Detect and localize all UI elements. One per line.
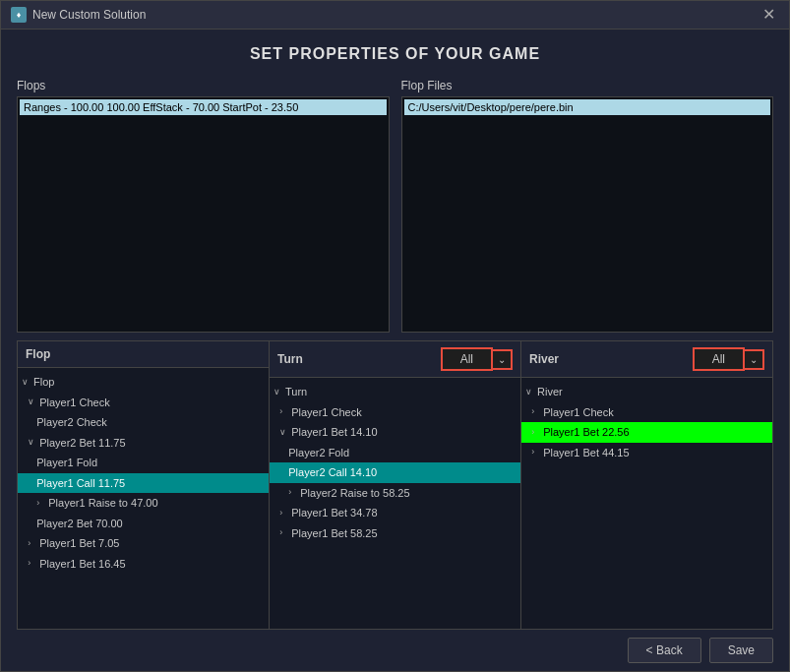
tree-node[interactable]: ∨ Flop	[18, 372, 269, 393]
content-area: Flops Ranges - 100.00 100.00 EffStack - …	[1, 79, 789, 630]
tree-node-selected-green[interactable]: › Player1 Bet 22.56	[521, 422, 772, 443]
bottom-section: Flop ∨ Flop ∨ Player1 Check	[17, 340, 773, 630]
flops-list-item[interactable]: Ranges - 100.00 100.00 EffStack - 70.00 …	[20, 99, 387, 115]
arrow-icon: ›	[288, 486, 300, 500]
arrow-icon: ∨	[525, 386, 537, 399]
tree-node[interactable]: ∨ Turn	[270, 382, 520, 402]
arrow-icon: ›	[279, 405, 291, 419]
flop-panel-label: Flop	[26, 347, 50, 361]
top-section: Flops Ranges - 100.00 100.00 EffStack - …	[17, 79, 773, 333]
tree-node-selected[interactable]: Player1 Call 11.75	[18, 473, 269, 494]
arrow-icon: ›	[531, 426, 543, 440]
flop-panel: Flop ∨ Flop ∨ Player1 Check	[17, 340, 270, 630]
tree-node[interactable]: ∨ Player1 Bet 14.10	[270, 422, 520, 443]
arrow-icon: ∨	[22, 376, 33, 390]
arrow-icon: ∨	[28, 396, 39, 409]
title-bar: ♦ New Custom Solution ✕	[1, 1, 789, 30]
tree-node[interactable]: ∨ River	[521, 382, 772, 402]
arrow-icon: ∨	[28, 436, 39, 450]
river-panel-label: River	[529, 352, 559, 366]
arrow-icon: ›	[28, 537, 39, 551]
tree-node[interactable]: Player2 Bet 70.00	[18, 514, 269, 534]
flop-files-list-item[interactable]: C:/Users/vit/Desktop/pere/pere.bin	[404, 99, 771, 115]
tree-node[interactable]: › Player1 Check	[521, 402, 772, 423]
tree-node[interactable]: ∨ Player1 Check	[18, 393, 269, 413]
tree-node[interactable]: › Player1 Bet 44.15	[521, 443, 772, 463]
tree-node[interactable]: ∨ Player2 Bet 11.75	[18, 433, 269, 454]
tree-node[interactable]: Player2 Check	[18, 412, 269, 433]
river-all-container: All ⌄	[693, 347, 764, 371]
turn-header: Turn All ⌄	[270, 341, 520, 378]
river-tree[interactable]: ∨ River › Player1 Check › Player1 Bet 22…	[521, 378, 772, 629]
arrow-icon: ∨	[279, 426, 291, 440]
flop-tree[interactable]: ∨ Flop ∨ Player1 Check Player2 Check	[18, 368, 269, 629]
arrow-icon: ›	[28, 557, 39, 571]
tree-node-selected[interactable]: Player2 Call 14.10	[270, 462, 520, 483]
flops-label: Flops	[17, 79, 390, 92]
tree-node[interactable]: › Player2 Raise to 58.25	[270, 483, 520, 504]
arrow-icon: ›	[279, 526, 291, 540]
turn-dropdown-button[interactable]: ⌄	[493, 349, 513, 370]
tree-node[interactable]: › Player1 Bet 7.05	[18, 533, 269, 554]
flops-list[interactable]: Ranges - 100.00 100.00 EffStack - 70.00 …	[17, 96, 390, 333]
turn-panel-label: Turn	[277, 352, 303, 366]
flop-files-list[interactable]: C:/Users/vit/Desktop/pere/pere.bin	[401, 96, 774, 333]
turn-all-container: All ⌄	[441, 347, 513, 371]
turn-all-button[interactable]: All	[441, 347, 493, 371]
back-button[interactable]: < Back	[628, 638, 701, 663]
flop-header: Flop	[18, 341, 269, 368]
main-window: ♦ New Custom Solution ✕ SET PROPERTIES O…	[0, 0, 790, 672]
window-title: New Custom Solution	[32, 8, 146, 22]
tree-node[interactable]: › Player1 Raise to 47.00	[18, 493, 269, 514]
flops-section: Flops Ranges - 100.00 100.00 EffStack - …	[17, 79, 390, 333]
close-button[interactable]: ✕	[759, 7, 779, 23]
footer: < Back Save	[1, 630, 789, 671]
arrow-icon: ›	[531, 405, 543, 419]
turn-panel: Turn All ⌄ ∨ Turn › Player1 Check	[270, 340, 521, 630]
tree-node[interactable]: › Player1 Check	[270, 402, 520, 423]
arrow-icon: ›	[279, 507, 291, 520]
arrow-icon: ›	[531, 446, 543, 459]
river-dropdown-button[interactable]: ⌄	[745, 349, 764, 370]
page-title: SET PROPERTIES OF YOUR GAME	[17, 45, 773, 63]
river-all-button[interactable]: All	[693, 347, 745, 371]
tree-node[interactable]: › Player1 Bet 34.78	[270, 503, 520, 523]
tree-node[interactable]: › Player1 Bet 58.25	[270, 523, 520, 544]
page-title-bar: SET PROPERTIES OF YOUR GAME	[1, 30, 789, 79]
title-bar-left: ♦ New Custom Solution	[11, 7, 146, 23]
tree-node[interactable]: Player2 Fold	[270, 443, 520, 463]
turn-tree[interactable]: ∨ Turn › Player1 Check ∨ Player1 Bet 14.…	[270, 378, 520, 629]
arrow-icon: ∨	[273, 386, 285, 399]
flop-files-label: Flop Files	[401, 79, 774, 92]
flop-files-section: Flop Files C:/Users/vit/Desktop/pere/per…	[401, 79, 774, 333]
arrow-icon: ›	[36, 497, 48, 511]
save-button[interactable]: Save	[709, 638, 773, 663]
tree-node[interactable]: › Player1 Bet 16.45	[18, 554, 269, 575]
river-panel: River All ⌄ ∨ River › Player1 Check	[521, 340, 773, 630]
tree-node[interactable]: Player1 Fold	[18, 453, 269, 473]
river-header: River All ⌄	[521, 341, 772, 378]
app-icon: ♦	[11, 7, 27, 23]
